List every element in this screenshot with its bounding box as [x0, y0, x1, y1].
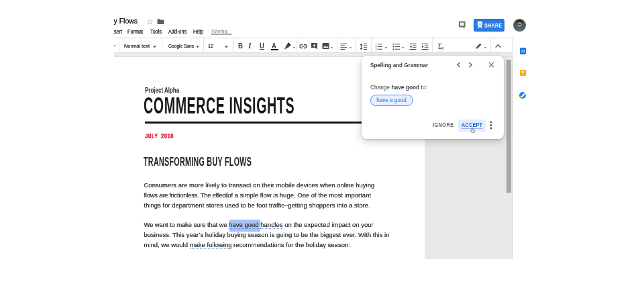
svg-text:3: 3 — [376, 48, 378, 50]
